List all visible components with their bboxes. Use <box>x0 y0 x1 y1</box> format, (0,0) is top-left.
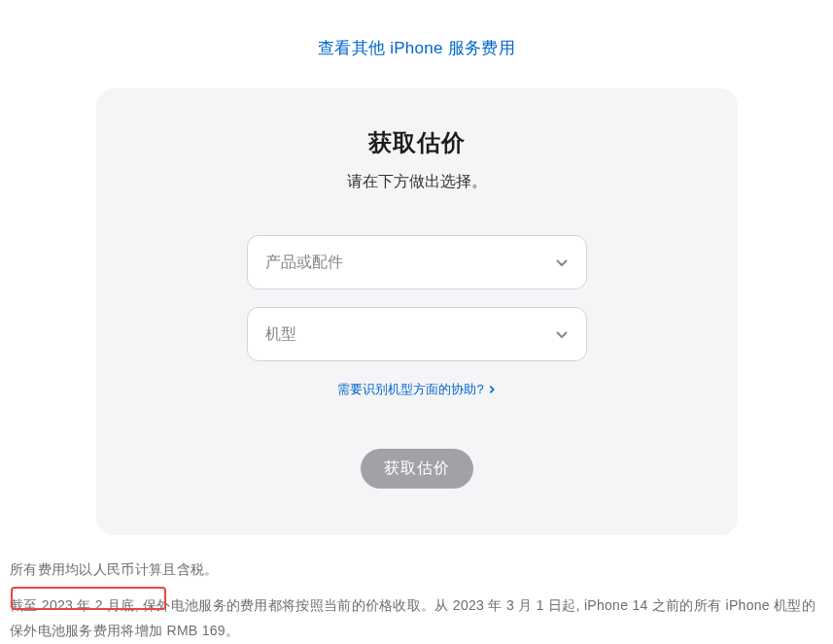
product-select[interactable]: 产品或配件 <box>247 235 587 289</box>
help-link-label: 需要识别机型方面的协助? <box>337 381 483 398</box>
chevron-right-icon <box>488 383 496 397</box>
footer-notes: 所有费用均以人民币计算且含税。 截至 2023 年 2 月底, 保外电池服务的费… <box>0 535 833 644</box>
identify-model-help-link[interactable]: 需要识别机型方面的协助? <box>337 381 495 398</box>
other-services-link[interactable]: 查看其他 iPhone 服务费用 <box>318 39 515 57</box>
product-select-placeholder: 产品或配件 <box>265 253 343 273</box>
chevron-down-icon <box>555 327 569 341</box>
get-estimate-button[interactable]: 获取估价 <box>361 449 473 489</box>
estimate-card: 获取估价 请在下方做出选择。 产品或配件 机型 需要识别机型方面的协助? 获取估… <box>96 88 738 535</box>
model-select[interactable]: 机型 <box>247 307 587 361</box>
card-subtitle: 请在下方做出选择。 <box>135 172 699 192</box>
model-select-placeholder: 机型 <box>265 324 296 345</box>
footer-note-price-change: 截至 2023 年 2 月底, 保外电池服务的费用都将按照当前的价格收取。从 2… <box>10 593 823 644</box>
chevron-down-icon <box>555 255 569 269</box>
footer-note-tax: 所有费用均以人民币计算且含税。 <box>10 557 823 583</box>
card-title: 获取估价 <box>135 127 699 158</box>
